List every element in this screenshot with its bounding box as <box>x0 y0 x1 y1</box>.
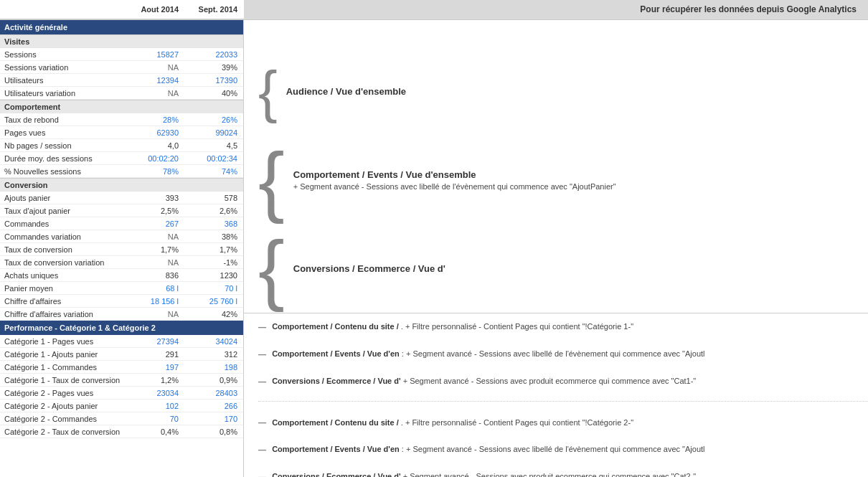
row-ajouts-panier: Ajouts panier 393 578 <box>0 192 243 204</box>
row-sessions-variation: Sessions variation NA 39% <box>0 61 243 74</box>
perf-brackets: – Comportement / Contenu du site / . + F… <box>244 313 868 477</box>
perf-bracket-cat2-ajouts: – Comportement / Events / Vue d'en : + S… <box>258 441 868 458</box>
brace-cat1p-icon: – <box>258 318 266 335</box>
header-right-title: Pour récupérer les données depuis Google… <box>244 0 868 19</box>
row-cat1-taux: Catégorie 1 - Taux de conversion 1,2% 0,… <box>0 374 243 387</box>
header-left: Aout 2014 Sept. 2014 <box>0 5 244 14</box>
cat1c-sub: + Segment avancé - Sessions avec produit… <box>403 377 697 385</box>
section-activite: Activité générale <box>0 20 243 34</box>
brace-comportement-icon: { <box>258 141 285 219</box>
perf-bracket-cat1-ajouts: – Comportement / Events / Vue d'en : + S… <box>258 346 868 362</box>
bracket-comportement: { Comportement / Events / Vue d'ensemble… <box>244 136 868 224</box>
cat2a-text: Comportement / Events / Vue d'en <box>272 445 400 453</box>
brace-cat2a-icon: – <box>258 441 266 458</box>
row-cat2-commandes: Catégorie 2 - Commandes 70 170 <box>0 412 243 425</box>
main-container: Activité générale Visites Sessions 15827… <box>0 20 868 477</box>
comportement-label: Comportement / Events / Vue d'ensemble <box>293 169 616 180</box>
audience-label: Audience / Vue d'ensemble <box>286 86 406 97</box>
row-taux-rebond: Taux de rebond 28% 26% <box>0 113 243 126</box>
comportement-text-block: Comportement / Events / Vue d'ensemble +… <box>293 169 616 191</box>
row-pages-vues: Pages vues 62930 99024 <box>0 126 243 139</box>
brace-cat2c-icon: – <box>258 468 266 477</box>
row-taux-conv-variation: Taux de conversion variation NA -1% <box>0 256 243 269</box>
row-chiffre-affaires: Chiffre d'affaires 18 156 l 25 760 l <box>0 295 243 308</box>
perf-bracket-cat2-conv: – Conversions / Ecommerce / Vue d' + Seg… <box>258 468 868 477</box>
cat2c-sub: + Segment avancé - Sessions avec produit… <box>403 472 697 477</box>
row-cat1-ajouts: Catégorie 1 - Ajouts panier 291 312 <box>0 348 243 361</box>
brace-conversions-icon: { <box>258 229 285 308</box>
row-commandes: Commandes 267 368 <box>0 217 243 230</box>
comportement-sub: + Segment avancé - Sessions avec libellé… <box>293 182 616 191</box>
row-duree: Durée moy. des sessions 00:02:20 00:02:3… <box>0 152 243 165</box>
row-nb-pages: Nb pages / session 4,0 4,5 <box>0 139 243 152</box>
row-cat2-taux: Catégorie 2 - Taux de conversion 0,4% 0,… <box>0 425 243 438</box>
cat2p-text: Comportement / Contenu du site / <box>272 418 399 427</box>
cat2a-sub: : + Segment avancé - Sessions avec libel… <box>402 445 705 453</box>
subsection-visites: Visites <box>0 34 243 48</box>
cat1c-text: Conversions / Ecommerce / Vue d' <box>272 377 401 385</box>
subsection-conversion: Conversion <box>0 178 243 192</box>
bracket-conversions: { Conversions / Ecommerce / Vue d' <box>244 224 868 312</box>
conversions-label: Conversions / Ecommerce / Vue d' <box>293 263 445 274</box>
brace-cat2p-icon: – <box>258 414 266 430</box>
row-achats-uniques: Achats uniques 836 1230 <box>0 269 243 282</box>
perf-bracket-cat2-pages: – Comportement / Contenu du site / . + F… <box>258 414 868 430</box>
brace-audience-icon: { <box>258 63 278 121</box>
row-nouvelles-sessions: % Nouvelles sessions 78% 74% <box>0 165 243 178</box>
cat1p-sub: . + Filtre personnalisé - Contient Pages… <box>401 322 633 331</box>
brace-cat1a-icon: – <box>258 346 266 362</box>
row-cat2-ajouts: Catégorie 2 - Ajouts panier 102 266 <box>0 400 243 412</box>
left-panel: Activité générale Visites Sessions 15827… <box>0 20 244 477</box>
perf-bracket-cat1-conv: – Conversions / Ecommerce / Vue d' + Seg… <box>258 373 868 389</box>
subsection-comportement: Comportement <box>0 100 243 113</box>
row-cat1-pages: Catégorie 1 - Pages vues 27394 34024 <box>0 335 243 348</box>
header-col1: Aout 2014 <box>126 5 184 14</box>
row-sessions: Sessions 15827 22033 <box>0 48 243 61</box>
right-panel: { Audience / Vue d'ensemble { Comporteme… <box>244 20 868 477</box>
row-utilisateurs-variation: Utilisateurs variation NA 40% <box>0 87 243 100</box>
row-utilisateurs: Utilisateurs 12394 17390 <box>0 74 243 87</box>
cat2c-text: Conversions / Ecommerce / Vue d' <box>272 472 401 477</box>
row-commandes-variation: Commandes variation NA 38% <box>0 230 243 243</box>
cat1p-text: Comportement / Contenu du site / <box>272 322 399 331</box>
bracket-audience: { Audience / Vue d'ensemble <box>244 47 868 136</box>
brace-cat1c-icon: – <box>258 373 266 389</box>
row-taux-conversion: Taux de conversion 1,7% 1,7% <box>0 243 243 256</box>
cat1a-text: Comportement / Events / Vue d'en <box>272 349 400 358</box>
row-cat1-commandes: Catégorie 1 - Commandes 197 198 <box>0 361 243 374</box>
row-ca-variation: Chiffre d'affaires variation NA 42% <box>0 308 243 321</box>
header-col2: Sept. 2014 <box>184 5 243 14</box>
row-panier-moyen: Panier moyen 68 l 70 l <box>0 282 243 295</box>
row-cat2-pages: Catégorie 2 - Pages vues 23034 28403 <box>0 387 243 400</box>
global-header: Aout 2014 Sept. 2014 Pour récupérer les … <box>0 0 868 20</box>
section-performance: Performance - Catégorie 1 & Catégorie 2 <box>0 321 243 335</box>
row-taux-ajout: Taux d'ajout panier 2,5% 2,6% <box>0 204 243 217</box>
cat2p-sub: . + Filtre personnalisé - Contient Pages… <box>401 418 633 427</box>
cat1a-sub: : + Segment avancé - Sessions avec libel… <box>402 349 705 358</box>
perf-bracket-cat1-pages: – Comportement / Contenu du site / . + F… <box>258 318 868 335</box>
